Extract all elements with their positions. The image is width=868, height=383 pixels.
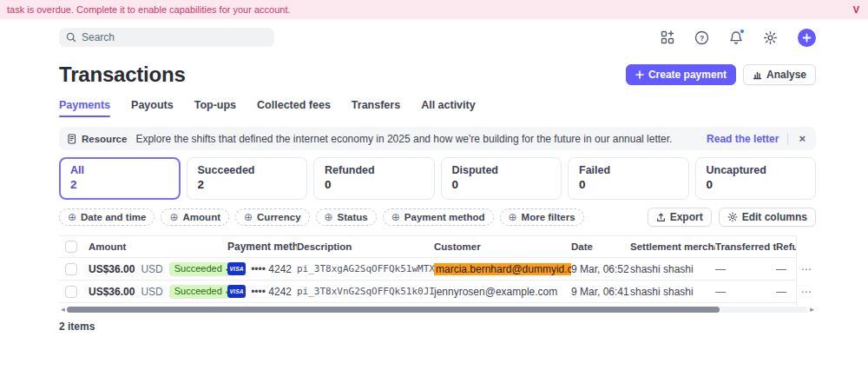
divider <box>787 133 788 145</box>
page-header: Transactions Create payment Analyse <box>59 63 816 87</box>
filter-label: Amount <box>183 212 220 222</box>
scrollbar-thumb[interactable] <box>67 307 720 313</box>
resource-badge: Resource <box>68 134 127 144</box>
settlement-merchant: shashi shashi <box>630 286 715 298</box>
column-transferred-to[interactable]: Transferred to <box>715 241 776 252</box>
filter-payment-method[interactable]: ⊕Payment method <box>383 208 494 226</box>
analyse-label: Analyse <box>766 69 806 81</box>
card-refunded[interactable]: Refunded 0 <box>313 157 435 200</box>
filter-label: Date and time <box>81 212 146 222</box>
tab-top-ups[interactable]: Top-ups <box>194 99 236 117</box>
edit-columns-button[interactable]: Edit columns <box>719 208 816 227</box>
filter-amount[interactable]: ⊕Amount <box>161 208 229 226</box>
column-payment-method[interactable]: Payment method <box>227 241 297 253</box>
export-button[interactable]: Export <box>648 208 712 227</box>
create-payment-button[interactable]: Create payment <box>626 64 736 85</box>
column-customer[interactable]: Customer <box>434 241 571 252</box>
card-all[interactable]: All 2 <box>59 157 181 200</box>
select-all-checkbox[interactable] <box>65 241 77 253</box>
resource-text: Explore the shifts that defined the inte… <box>135 133 698 145</box>
table-row[interactable]: US$36.00 USD Succeeded ✓ VISA •••• 4242 … <box>59 258 796 281</box>
payment-date: 9 Mar, 06:52 <box>571 263 630 275</box>
visa-icon: VISA <box>227 262 246 275</box>
row-overflow-menu[interactable]: ⋯ <box>797 281 816 303</box>
search-input[interactable] <box>82 31 267 43</box>
filter-label: More filters <box>522 212 575 222</box>
card-label: All <box>70 164 169 176</box>
card-succeeded[interactable]: Succeeded 2 <box>187 157 308 200</box>
circled-plus-icon: ⊕ <box>169 212 178 222</box>
column-refunded[interactable]: Refunde <box>776 241 796 252</box>
card-label: Uncaptured <box>707 164 806 176</box>
payments-table: Amount Payment method Description Custom… <box>59 235 816 303</box>
tab-collected-fees[interactable]: Collected fees <box>257 99 331 117</box>
circled-plus-icon: ⊕ <box>68 212 76 222</box>
top-icons: ? <box>661 29 816 47</box>
search-icon <box>66 32 76 43</box>
analyse-button[interactable]: Analyse <box>743 64 816 85</box>
alert-action-link[interactable]: V <box>853 4 859 15</box>
card-count: 0 <box>325 178 424 191</box>
column-settlement-merchant[interactable]: Settlement merchant <box>630 241 715 252</box>
refunded-value: — <box>776 286 796 298</box>
circled-plus-icon: ⊕ <box>509 212 517 222</box>
status-badge: Succeeded ✓ <box>169 262 227 276</box>
plus-icon <box>635 70 644 79</box>
row-overflow-menu[interactable]: ⋯ <box>797 258 816 281</box>
items-count: 2 items <box>59 320 816 333</box>
payment-id: pi_3T8xVnG2SqOFFQk51k0JIp0T <box>297 286 434 297</box>
filter-date-and-time[interactable]: ⊕Date and time <box>59 208 155 226</box>
help-icon[interactable]: ? <box>694 30 709 45</box>
card-uncaptured[interactable]: Uncaptured 0 <box>695 157 817 200</box>
read-the-letter-link[interactable]: Read the letter <box>707 133 779 145</box>
amount-value: US$36.00 <box>89 286 135 298</box>
status-summary-cards: All 2 Succeeded 2 Refunded 0 Disputed 0 … <box>59 157 816 200</box>
notification-dot <box>740 29 745 34</box>
transferred-to: — <box>715 263 776 275</box>
filter-status[interactable]: ⊕Status <box>316 208 377 226</box>
amount-value: US$36.00 <box>89 263 135 275</box>
resource-banner: Resource Explore the shifts that defined… <box>59 127 816 150</box>
search-box[interactable] <box>59 28 274 47</box>
card-disputed[interactable]: Disputed 0 <box>441 157 562 200</box>
column-amount[interactable]: Amount <box>89 241 227 252</box>
resource-badge-label: Resource <box>82 134 127 144</box>
card-label: Failed <box>579 164 678 176</box>
circled-plus-icon: ⊕ <box>244 212 253 222</box>
filter-currency[interactable]: ⊕Currency <box>235 208 310 226</box>
row-checkbox[interactable] <box>65 263 77 275</box>
tab-all-activity[interactable]: All activity <box>421 99 476 117</box>
edit-columns-label: Edit columns <box>742 211 807 223</box>
page-title: Transactions <box>59 63 186 87</box>
top-bar: ? <box>0 19 868 54</box>
apps-icon[interactable] <box>661 30 674 44</box>
tab-payouts[interactable]: Payouts <box>131 99 174 117</box>
alert-text: task is overdue. Complete it to enable c… <box>7 4 291 15</box>
scroll-right-icon[interactable]: ▸ <box>808 305 816 314</box>
column-description[interactable]: Description <box>297 241 434 252</box>
card-count: 0 <box>707 178 806 191</box>
column-date[interactable]: Date <box>571 241 630 252</box>
overdue-alert-banner: task is overdue. Complete it to enable c… <box>0 0 868 19</box>
filter-more-filters[interactable]: ⊕More filters <box>500 208 584 226</box>
filter-label: Status <box>338 212 368 222</box>
row-checkbox[interactable] <box>65 286 77 298</box>
horizontal-scrollbar[interactable]: ◂ ▸ <box>59 305 816 314</box>
create-payment-label: Create payment <box>648 69 727 81</box>
create-icon[interactable] <box>798 29 816 47</box>
card-last4: •••• 4242 <box>251 286 292 298</box>
tab-transfers[interactable]: Transfers <box>352 99 400 117</box>
payment-date: 9 Mar, 06:41 <box>571 286 630 298</box>
currency: USD <box>141 263 162 275</box>
card-last4: •••• 4242 <box>251 263 292 275</box>
notifications-icon[interactable] <box>729 30 743 45</box>
table-row[interactable]: US$36.00 USD Succeeded ✓ VISA •••• 4242 … <box>59 281 796 303</box>
card-failed[interactable]: Failed 0 <box>568 157 689 200</box>
scrollbar-track[interactable] <box>67 307 808 313</box>
scroll-left-icon[interactable]: ◂ <box>59 305 67 314</box>
close-icon[interactable]: × <box>797 132 807 145</box>
tab-payments[interactable]: Payments <box>59 99 110 117</box>
settings-icon[interactable] <box>763 30 778 45</box>
export-label: Export <box>670 211 703 223</box>
circled-plus-icon: ⊕ <box>325 212 333 222</box>
